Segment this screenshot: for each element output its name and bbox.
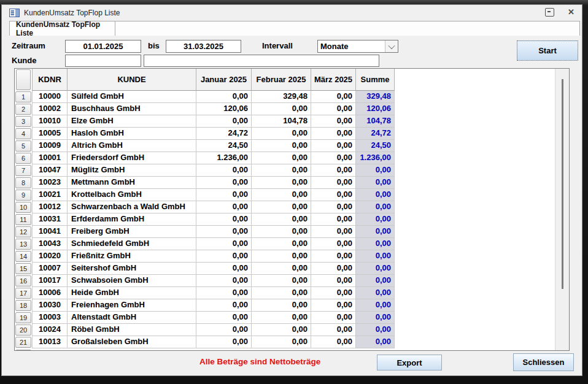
kunde-cell[interactable]: Buschhaus GmbH [68,103,196,115]
februar-cell[interactable]: 0,00 [252,177,311,189]
februar-cell[interactable]: 0,00 [252,164,311,177]
februar-cell[interactable]: 0,00 [252,287,311,299]
kdnr-cell[interactable]: 10010 [32,115,68,128]
summe-cell[interactable]: 0,00 [356,177,395,189]
record-selector-cell[interactable]: 9 [15,189,32,201]
summe-cell[interactable]: 0,00 [356,250,395,263]
kunde-cell[interactable]: Seitershof GmbH [68,263,196,275]
maerz-cell[interactable]: 0,00 [311,115,356,128]
februar-cell[interactable]: 0,00 [252,250,311,263]
record-number[interactable]: 15 [15,263,31,274]
summe-cell[interactable]: 0,00 [356,226,395,238]
restore-icon[interactable] [545,8,554,17]
januar-cell[interactable]: 24,50 [196,140,252,152]
record-selector-cell[interactable]: 16 [15,275,32,287]
scrollbar-thumb[interactable] [562,79,563,289]
kdnr-cell[interactable]: 10021 [32,189,68,201]
februar-cell[interactable]: 0,00 [252,263,311,275]
kdnr-cell[interactable]: 10020 [32,250,68,263]
maerz-cell[interactable]: 0,00 [311,177,356,189]
maerz-cell[interactable]: 0,00 [311,287,356,299]
record-number[interactable]: 6 [15,153,31,164]
record-number[interactable]: 14 [15,251,31,262]
summe-cell[interactable]: 0,00 [356,238,395,250]
kunde-cell[interactable]: Krottelbach GmbH [68,189,196,201]
kunde-cell[interactable]: Schmiedefeld GmbH [68,238,196,250]
kunde-cell[interactable]: Altenstadt GmbH [68,312,196,324]
table-vertical-scrollbar[interactable] [555,69,569,350]
januar-cell[interactable]: 0,00 [196,238,252,250]
schliessen-button[interactable]: Schliessen [513,353,574,371]
kdnr-cell[interactable]: 10017 [32,275,68,287]
record-selector-cell[interactable]: 13 [15,238,32,250]
record-selector-cell[interactable]: 11 [15,213,32,226]
februar-cell[interactable]: 0,00 [252,336,311,348]
record-number[interactable]: 11 [15,214,31,225]
februar-cell[interactable]: 0,00 [252,152,311,164]
januar-cell[interactable]: 0,00 [196,287,252,299]
kunde-cell[interactable]: Elze GmbH [68,115,196,128]
summe-cell[interactable]: 0,00 [356,275,395,287]
kdnr-cell[interactable]: 10001 [32,152,68,164]
record-number[interactable]: 12 [15,226,31,237]
maerz-cell[interactable]: 0,00 [311,324,356,336]
kunde-cell[interactable]: Sülfeld GmbH [68,91,196,103]
maerz-cell[interactable]: 0,00 [311,226,356,238]
record-number[interactable]: 10 [15,202,31,213]
export-button[interactable]: Export [377,355,442,371]
januar-cell[interactable]: 0,00 [196,213,252,226]
record-selector-cell[interactable]: 14 [15,250,32,263]
summe-cell[interactable]: 0,00 [356,201,395,213]
kunde-cell[interactable]: Müglitz GmbH [68,164,196,177]
record-selector-cell[interactable]: 15 [15,263,32,275]
summe-cell[interactable]: 1.236,00 [356,152,395,164]
maerz-cell[interactable]: 0,00 [311,312,356,324]
kdnr-cell[interactable]: 10000 [32,91,68,103]
januar-cell[interactable]: 0,00 [196,312,252,324]
kdnr-cell[interactable]: 10024 [32,324,68,336]
maerz-cell[interactable]: 0,00 [311,140,356,152]
februar-cell[interactable]: 0,00 [252,103,311,115]
januar-cell[interactable]: 0,00 [196,250,252,263]
kdnr-cell[interactable]: 10023 [32,177,68,189]
record-selector-cell[interactable]: 7 [15,164,32,177]
februar-cell[interactable]: 0,00 [252,299,311,312]
summe-cell[interactable]: 120,06 [356,103,395,115]
januar-cell[interactable]: 0,00 [196,324,252,336]
summe-cell[interactable]: 0,00 [356,164,395,177]
summe-cell[interactable]: 0,00 [356,312,395,324]
summe-cell[interactable]: 24,72 [356,128,395,140]
summe-cell[interactable]: 0,00 [356,336,395,348]
januar-cell[interactable]: 0,00 [196,115,252,128]
record-selector-cell[interactable]: 6 [15,152,32,164]
februar-cell[interactable]: 0,00 [252,189,311,201]
record-selector-cell[interactable]: 2 [15,103,32,115]
record-number[interactable]: 3 [15,116,31,127]
kdnr-cell[interactable]: 10003 [32,312,68,324]
column-header[interactable]: Januar 2025 [196,69,252,91]
record-selector-cell[interactable]: 17 [15,287,32,299]
kunde-cell[interactable]: Altrich GmbH [68,140,196,152]
kunde-cell[interactable]: Mettmann GmbH [68,177,196,189]
maerz-cell[interactable]: 0,00 [311,275,356,287]
februar-cell[interactable]: 0,00 [252,213,311,226]
januar-cell[interactable]: 0,00 [196,275,252,287]
kunde-cell[interactable]: Freiberg GmbH [68,226,196,238]
record-selector-cell[interactable]: 5 [15,140,32,152]
date-from-input[interactable] [65,40,141,53]
record-number[interactable]: 18 [15,300,31,311]
februar-cell[interactable]: 0,00 [252,201,311,213]
summe-cell[interactable]: 104,78 [356,115,395,128]
kunde-cell[interactable]: Frießnitz GmbH [68,250,196,263]
close-icon[interactable]: ✕ [568,9,574,16]
record-number[interactable]: 19 [15,312,31,323]
column-header[interactable]: Summe [356,69,395,91]
record-selector-header[interactable] [15,69,32,91]
record-number[interactable]: 21 [15,337,31,348]
start-button[interactable]: Start [517,40,578,61]
januar-cell[interactable]: 0,00 [196,189,252,201]
kdnr-cell[interactable]: 10031 [32,213,68,226]
maerz-cell[interactable]: 0,00 [311,238,356,250]
kdnr-cell[interactable]: 10006 [32,287,68,299]
kunde-cell[interactable]: Freienhagen GmbH [68,299,196,312]
